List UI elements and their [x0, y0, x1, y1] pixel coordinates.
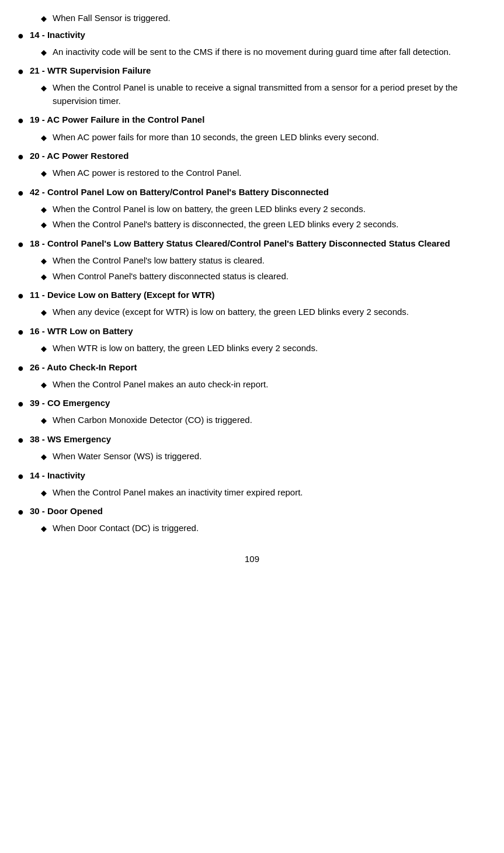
- sub-items: ◆When the Control Panel is unable to rec…: [41, 81, 486, 108]
- sub-item-text: When the Control Panel's low battery sta…: [53, 254, 265, 268]
- section-header: ●39 - CO Emergency: [18, 397, 486, 411]
- list-item: ◆When Control Panel's battery disconnect…: [41, 270, 486, 283]
- sub-items: ◆When AC power is restored to the Contro…: [41, 167, 486, 180]
- sub-item-text: When the Control Panel is low on battery…: [53, 203, 366, 216]
- bullet-icon: ●: [18, 186, 24, 200]
- diamond-icon: ◆: [41, 487, 47, 499]
- diamond-icon: ◆: [41, 379, 47, 391]
- sub-items: ◆When Carbon Monoxide Detector (CO) is t…: [41, 414, 486, 427]
- section-co-emergency-39: ●39 - CO Emergency◆When Carbon Monoxide …: [18, 397, 486, 427]
- list-item: ◆When the Control Panel's low battery st…: [41, 254, 486, 268]
- list-item: ◆When the Control Panel is low on batter…: [41, 203, 486, 216]
- section-title: 42 - Control Panel Low on Battery/Contro…: [30, 186, 329, 199]
- sub-items: ◆When any device (except for WTR) is low…: [41, 306, 486, 319]
- bullet-icon: ●: [18, 505, 24, 519]
- diamond-icon: ◆: [41, 132, 47, 144]
- diamond-icon: ◆: [41, 204, 47, 216]
- section-header: ●11 - Device Low on Battery (Except for …: [18, 289, 486, 303]
- list-item: ◆When AC power fails for more than 10 se…: [41, 131, 486, 144]
- sub-items: ◆An inactivity code will be sent to the …: [41, 46, 486, 59]
- sub-item-text: When Control Panel's battery disconnecte…: [53, 270, 289, 283]
- sub-items: ◆When AC power fails for more than 10 se…: [41, 131, 486, 144]
- list-item: ◆When WTR is low on battery, the green L…: [41, 342, 486, 355]
- section-title: 26 - Auto Check-In Report: [30, 361, 137, 375]
- sub-item-text: When Door Contact (DC) is triggered.: [53, 522, 199, 535]
- section-header: ●18 - Control Panel's Low Battery Status…: [18, 237, 486, 252]
- sub-item-text: When the Control Panel's battery is disc…: [53, 218, 398, 231]
- section-title: 30 - Door Opened: [30, 505, 103, 518]
- section-battery-42: ●42 - Control Panel Low on Battery/Contr…: [18, 186, 486, 231]
- sections-container: ●14 - Inactivity◆An inactivity code will…: [18, 29, 486, 535]
- page-number: 109: [18, 553, 486, 566]
- diamond-icon: ◆: [41, 307, 47, 318]
- sub-item-text: When Carbon Monoxide Detector (CO) is tr…: [53, 414, 252, 427]
- diamond-icon: ◆: [41, 523, 47, 535]
- sub-item-text: When the Control Panel makes an auto che…: [53, 378, 268, 391]
- list-item: ◆When the Control Panel makes an auto ch…: [41, 378, 486, 391]
- section-header: ●30 - Door Opened: [18, 505, 486, 519]
- section-wtr-supervision-21: ●21 - WTR Supervision Failure◆When the C…: [18, 64, 486, 108]
- section-header: ●38 - WS Emergency: [18, 433, 486, 448]
- list-item: ◆An inactivity code will be sent to the …: [41, 46, 486, 59]
- bullet-icon: ●: [18, 64, 24, 79]
- fall-sensor-section: ◆ When Fall Sensor is triggered.: [41, 12, 486, 25]
- section-title: 21 - WTR Supervision Failure: [30, 64, 151, 78]
- sub-items: ◆When Door Contact (DC) is triggered.: [41, 522, 486, 535]
- section-title: 20 - AC Power Restored: [30, 150, 129, 163]
- section-title: 14 - Inactivity: [30, 29, 85, 42]
- section-header: ●42 - Control Panel Low on Battery/Contr…: [18, 186, 486, 200]
- sub-item-text: When Water Sensor (WS) is triggered.: [53, 450, 201, 463]
- section-wtr-low-battery-16: ●16 - WTR Low on Battery◆When WTR is low…: [18, 325, 486, 355]
- diamond-icon: ◆: [41, 47, 47, 58]
- bullet-icon: ●: [18, 237, 24, 252]
- bullet-icon: ●: [18, 361, 24, 376]
- list-item: ◆When the Control Panel makes an inactiv…: [41, 486, 486, 500]
- list-item: ◆When Water Sensor (WS) is triggered.: [41, 450, 486, 463]
- page-content: ◆ When Fall Sensor is triggered. ●14 - I…: [18, 12, 486, 535]
- bullet-icon: ●: [18, 469, 24, 484]
- section-ac-power-failure-19: ●19 - AC Power Failure in the Control Pa…: [18, 113, 486, 144]
- sub-item-text: When the Control Panel makes an inactivi…: [53, 486, 303, 500]
- section-header: ●14 - Inactivity: [18, 29, 486, 43]
- bullet-icon: ●: [18, 29, 24, 43]
- diamond-icon: ◆: [41, 451, 47, 463]
- section-title: 18 - Control Panel's Low Battery Status …: [30, 237, 450, 251]
- section-title: 14 - Inactivity: [30, 469, 85, 483]
- bullet-icon: ●: [18, 113, 24, 128]
- sub-items: ◆When WTR is low on battery, the green L…: [41, 342, 486, 355]
- list-item: ◆When the Control Panel's battery is dis…: [41, 218, 486, 231]
- diamond-icon: ◆: [41, 13, 47, 25]
- section-device-low-battery-11: ●11 - Device Low on Battery (Except for …: [18, 289, 486, 319]
- diamond-icon: ◆: [41, 219, 47, 231]
- section-title: 38 - WS Emergency: [30, 433, 111, 446]
- section-header: ●26 - Auto Check-In Report: [18, 361, 486, 376]
- section-auto-checkin-26: ●26 - Auto Check-In Report◆When the Cont…: [18, 361, 486, 391]
- bullet-icon: ●: [18, 397, 24, 411]
- bullet-icon: ●: [18, 150, 24, 164]
- sub-items: ◆When Water Sensor (WS) is triggered.: [41, 450, 486, 463]
- section-header: ●16 - WTR Low on Battery: [18, 325, 486, 339]
- section-header: ●14 - Inactivity: [18, 469, 486, 484]
- section-title: 39 - CO Emergency: [30, 397, 110, 410]
- section-ws-emergency-38: ●38 - WS Emergency◆When Water Sensor (WS…: [18, 433, 486, 463]
- list-item: ◆When AC power is restored to the Contro…: [41, 167, 486, 180]
- sub-items: ◆When the Control Panel makes an auto ch…: [41, 378, 486, 391]
- sub-item-text: When any device (except for WTR) is low …: [53, 306, 409, 319]
- section-title: 16 - WTR Low on Battery: [30, 325, 133, 338]
- section-title: 11 - Device Low on Battery (Except for W…: [30, 289, 215, 302]
- bullet-icon: ●: [18, 289, 24, 303]
- section-inactivity-14: ●14 - Inactivity◆An inactivity code will…: [18, 29, 486, 59]
- diamond-icon: ◆: [41, 343, 47, 355]
- list-item: ◆ When Fall Sensor is triggered.: [41, 12, 486, 25]
- list-item: ◆When Door Contact (DC) is triggered.: [41, 522, 486, 535]
- list-item: ◆When Carbon Monoxide Detector (CO) is t…: [41, 414, 486, 427]
- sub-item-text: When AC power fails for more than 10 sec…: [53, 131, 379, 144]
- diamond-icon: ◆: [41, 168, 47, 179]
- diamond-icon: ◆: [41, 255, 47, 267]
- diamond-icon: ◆: [41, 82, 47, 94]
- sub-item-text: When WTR is low on battery, the green LE…: [53, 342, 318, 355]
- sub-item-text: When the Control Panel is unable to rece…: [53, 81, 486, 108]
- bullet-icon: ●: [18, 325, 24, 339]
- sub-items: ◆When the Control Panel is low on batter…: [41, 203, 486, 231]
- section-header: ●20 - AC Power Restored: [18, 150, 486, 164]
